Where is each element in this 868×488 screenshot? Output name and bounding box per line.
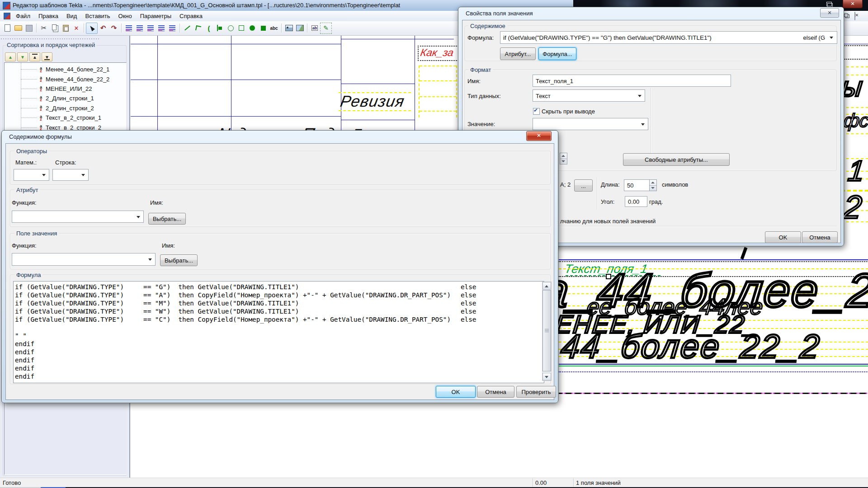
- string-combobox[interactable]: [52, 169, 89, 181]
- angle-field[interactable]: 0.00: [625, 196, 647, 207]
- draw-arc-icon[interactable]: [203, 23, 214, 33]
- open-folder-icon[interactable]: [13, 23, 24, 33]
- copy-icon[interactable]: [49, 23, 60, 33]
- draw-circle-icon[interactable]: [225, 23, 236, 33]
- attribute-button[interactable]: Атрибут...: [500, 47, 536, 60]
- insert-image-icon[interactable]: [283, 23, 294, 33]
- align-left-icon[interactable]: [156, 23, 167, 33]
- tree-item[interactable]: az Менее_44_более_22_1: [5, 65, 126, 74]
- menu-item[interactable]: Вставить: [81, 13, 114, 19]
- scroll-down-button[interactable]: [542, 373, 551, 380]
- window-close-button[interactable]: ✕: [843, 0, 863, 8]
- hide-on-output-label: Скрыть при выводе: [542, 108, 595, 115]
- tree-item[interactable]: az Менее_44_более_22_2: [5, 74, 126, 84]
- separator-icon[interactable]: [178, 23, 182, 33]
- name-label: Имя:: [467, 78, 481, 84]
- undo-icon[interactable]: [98, 23, 108, 33]
- new-document-icon[interactable]: [2, 23, 13, 33]
- separator-icon[interactable]: [119, 23, 123, 33]
- tree-connector: [21, 69, 37, 70]
- move-bottom-button[interactable]: ▼: [42, 52, 52, 61]
- separator-icon[interactable]: [34, 23, 38, 33]
- align-right-icon[interactable]: [167, 23, 178, 33]
- status-fields: 1 поля значений: [576, 479, 621, 486]
- dialog-formula-content[interactable]: Содержимое формулы ✕ Операторы Матем.: С…: [1, 130, 558, 403]
- sort-az-icon: az: [38, 115, 44, 121]
- formula-field[interactable]: if (GetValue("DRAWING.TYPE") == "G") the…: [500, 31, 837, 44]
- canvas-big-text[interactable]: фс: [843, 111, 868, 130]
- attr-function-combobox[interactable]: [12, 211, 144, 223]
- selection-rect[interactable]: Как_за: [418, 46, 462, 61]
- separator-icon[interactable]: [305, 23, 309, 33]
- move-top-button[interactable]: ▲: [29, 52, 40, 61]
- canvas-big-text[interactable]: 1: [847, 156, 866, 185]
- select-arrow-icon[interactable]: [86, 23, 98, 34]
- draw-rectangle-icon[interactable]: [236, 23, 247, 33]
- align-middle-icon[interactable]: [134, 23, 145, 33]
- menu-item[interactable]: Справка: [175, 13, 207, 19]
- move-up-button[interactable]: ▲: [5, 52, 16, 61]
- tree-item[interactable]: az МЕНЕЕ_ИЛИ_22: [5, 84, 126, 94]
- scroll-thumb[interactable]: [542, 290, 551, 371]
- hidden-spinner[interactable]: [560, 153, 567, 164]
- cut-icon[interactable]: [38, 23, 49, 33]
- menu-item[interactable]: Окно: [114, 13, 136, 19]
- math-combobox[interactable]: [14, 169, 49, 181]
- ok-button[interactable]: OK: [436, 386, 476, 398]
- length-spinner[interactable]: [649, 179, 657, 191]
- hide-on-output-checkbox[interactable]: [533, 108, 540, 115]
- draw-flag-icon[interactable]: [214, 23, 225, 33]
- name-field[interactable]: Текст_поля_1: [533, 75, 731, 87]
- move-down-button[interactable]: ▼: [17, 52, 28, 61]
- draw-polyline-icon[interactable]: [193, 23, 203, 33]
- redo-icon[interactable]: [108, 23, 119, 33]
- paste-icon[interactable]: [60, 23, 71, 33]
- cancel-button[interactable]: Отмена: [477, 386, 514, 398]
- formula-line: if (GetValue("DRAWING.TYPE") == "M") the…: [15, 300, 544, 308]
- attr-select-button[interactable]: Выбрать...: [148, 213, 186, 225]
- canvas-big-text[interactable]: е_44_более_22_2: [519, 330, 822, 363]
- formula-line: endif: [15, 340, 544, 348]
- canvas-text-revision[interactable]: Ревизия: [339, 92, 406, 110]
- align-top-icon[interactable]: [123, 23, 134, 33]
- field-function-combobox[interactable]: [12, 253, 156, 266]
- mdi-close-button[interactable]: ✕: [854, 12, 855, 20]
- value-field-icon[interactable]: [309, 23, 320, 33]
- dropdown-arrow-icon[interactable]: [830, 37, 833, 39]
- menu-item[interactable]: Файл: [12, 13, 34, 19]
- menu-item[interactable]: Правка: [34, 13, 62, 19]
- cancel-button[interactable]: Отмена: [802, 231, 838, 243]
- menu-item[interactable]: Параметры: [136, 13, 175, 19]
- separator-icon[interactable]: [82, 23, 86, 33]
- tree-item[interactable]: az 2_Длин_строки_1: [5, 94, 126, 103]
- free-attributes-button[interactable]: Свободные атрибуты...: [623, 153, 730, 166]
- insert-picture-icon[interactable]: [294, 23, 305, 33]
- delete-icon[interactable]: [71, 23, 82, 33]
- tree-item[interactable]: az Текст_в_2_строки_1: [5, 113, 126, 122]
- align-bottom-icon[interactable]: [145, 23, 156, 33]
- dialog-close-button[interactable]: ✕: [820, 8, 839, 18]
- draw-line-icon[interactable]: [182, 23, 193, 33]
- dialog-close-button[interactable]: ✕: [526, 131, 552, 141]
- save-icon[interactable]: [24, 23, 34, 33]
- draw-text-icon[interactable]: [269, 23, 279, 33]
- length-field[interactable]: 50: [624, 179, 650, 191]
- edit-field-icon[interactable]: [320, 23, 332, 34]
- ok-button[interactable]: OK: [765, 231, 801, 243]
- formula-button[interactable]: Формула...: [538, 47, 576, 60]
- tree-connector: [21, 89, 37, 89]
- menu-item[interactable]: Вид: [62, 13, 81, 19]
- check-button[interactable]: Проверить: [516, 386, 556, 398]
- scroll-up-button[interactable]: [542, 282, 551, 290]
- field-select-button[interactable]: Выбрать...: [160, 254, 198, 266]
- value-combobox[interactable]: [533, 118, 648, 130]
- draw-filled-rectangle-icon[interactable]: [258, 23, 269, 33]
- draw-filled-circle-icon[interactable]: [247, 23, 258, 33]
- separator-icon[interactable]: [279, 23, 283, 33]
- formula-scrollbar[interactable]: [542, 282, 552, 381]
- tree-item[interactable]: az 2_Длин_строки_2: [5, 103, 126, 113]
- type-combobox[interactable]: Текст: [533, 89, 645, 102]
- formula-textarea[interactable]: if (GetValue("DRAWING.TYPE") == "G") the…: [13, 281, 544, 383]
- more-button[interactable]: ...: [574, 179, 593, 192]
- canvas-big-text[interactable]: 2: [842, 191, 863, 223]
